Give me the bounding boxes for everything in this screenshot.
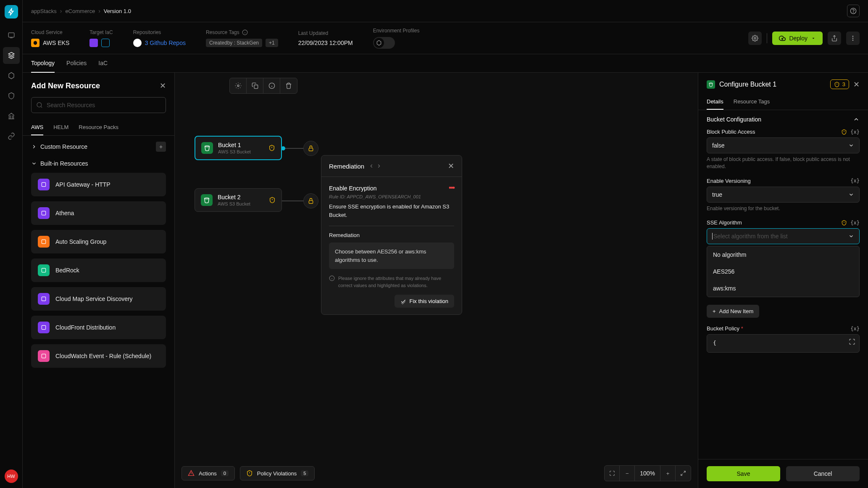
more-button[interactable]: [846, 32, 860, 45]
env-profile-toggle[interactable]: [373, 37, 395, 49]
configure-panel: Configure Bucket 1 3 ✕ Details Resource …: [698, 73, 868, 488]
info-icon: [242, 29, 248, 35]
breadcrumb[interactable]: eCommerce: [65, 8, 95, 14]
remediation-text: Choose between AES256 or aws:kms algorit…: [329, 243, 454, 269]
user-avatar[interactable]: HW: [5, 470, 18, 483]
canvas-delete-button[interactable]: [280, 78, 297, 93]
subtab-aws[interactable]: AWS: [31, 120, 43, 135]
violations-badge[interactable]: 3: [830, 79, 849, 89]
rail-item-dashboard[interactable]: [3, 27, 20, 44]
resource-item[interactable]: API Gateway - HTTP: [31, 173, 166, 196]
rail-item-link[interactable]: [3, 128, 20, 145]
topology-canvas[interactable]: Bucket 1 AWS S3 Bucket Buc: [175, 73, 698, 488]
tab-iac[interactable]: IaC: [98, 54, 108, 73]
rail-item-governance[interactable]: [3, 108, 20, 124]
close-popup-button[interactable]: ✕: [448, 161, 454, 171]
fullscreen-button[interactable]: [605, 466, 620, 481]
cloud-service-value: AWS EKS: [43, 40, 69, 46]
meta-label: Cloud Service: [31, 29, 69, 35]
rail-item-stacks[interactable]: [3, 47, 20, 64]
connection-port[interactable]: [281, 146, 285, 150]
help-button[interactable]: [847, 5, 860, 17]
actions-chip[interactable]: Actions 0: [181, 466, 235, 480]
search-input[interactable]: [31, 97, 166, 113]
tab-topology[interactable]: Topology: [31, 54, 55, 73]
chevron-right-icon: ›: [98, 8, 100, 14]
check-icon: [400, 298, 406, 304]
svg-point-6: [852, 37, 854, 39]
svg-rect-0: [8, 33, 14, 37]
canvas-copy-button[interactable]: [247, 78, 263, 93]
lock-node[interactable]: [303, 141, 318, 156]
versioning-select[interactable]: true: [707, 187, 860, 203]
fit-button[interactable]: [676, 466, 691, 481]
variable-icon[interactable]: {x}: [850, 326, 860, 332]
bucket-policy-input[interactable]: {: [707, 334, 860, 353]
shield-warning-icon[interactable]: [841, 220, 847, 226]
resource-item[interactable]: CloudFront Distribution: [31, 316, 166, 339]
lock-node[interactable]: [303, 193, 318, 208]
subtab-helm[interactable]: HELM: [53, 120, 68, 135]
breadcrumb[interactable]: appStacks: [31, 8, 57, 14]
svg-point-4: [754, 37, 756, 39]
resource-item[interactable]: Auto Scaling Group: [31, 230, 166, 253]
zoom-out-button[interactable]: −: [620, 466, 635, 481]
canvas-info-button[interactable]: [263, 78, 280, 93]
app-logo[interactable]: [5, 5, 18, 18]
tag-chip[interactable]: Createdby : StackGen: [206, 39, 262, 47]
resource-item[interactable]: Athena: [31, 201, 166, 225]
resource-item[interactable]: CloudWatch Event - Rule (Schedule): [31, 344, 166, 368]
dropdown-option[interactable]: aws:kms: [707, 280, 859, 297]
cloud-upload-icon: [779, 35, 786, 42]
node-bucket-1[interactable]: Bucket 1 AWS S3 Bucket: [195, 136, 282, 160]
shield-warning-icon: [268, 145, 275, 151]
resource-item[interactable]: BedRock: [31, 259, 166, 282]
violations-chip[interactable]: Policy Violations 5: [240, 466, 315, 480]
canvas-settings-button[interactable]: [230, 78, 247, 93]
rp-tab-tags[interactable]: Resource Tags: [734, 94, 770, 110]
block-public-select[interactable]: false: [707, 137, 860, 153]
shield-warning-icon[interactable]: [841, 129, 847, 135]
tab-policies[interactable]: Policies: [66, 54, 87, 73]
add-new-item-button[interactable]: + Add New Item: [707, 305, 759, 318]
node-bucket-2[interactable]: Bucket 2 AWS S3 Bucket: [195, 188, 282, 212]
expand-button[interactable]: [849, 338, 855, 345]
rule-id: Rule ID: APPCD_AWS_OPENSEARCH_001: [329, 194, 454, 199]
dropdown-option[interactable]: No algorithm: [707, 246, 859, 263]
save-button[interactable]: Save: [707, 466, 780, 481]
sse-algorithm-select[interactable]: Select algorithm from the list: [707, 228, 860, 244]
variable-icon[interactable]: {x}: [850, 129, 860, 135]
close-panel-button[interactable]: ✕: [160, 81, 166, 90]
resource-item[interactable]: Cloud Map Service Discovery: [31, 287, 166, 311]
rail-item-hexagon[interactable]: [3, 67, 20, 84]
svg-point-8: [37, 103, 42, 107]
aws-icon: [31, 39, 39, 47]
rp-tab-details[interactable]: Details: [707, 94, 723, 110]
resource-icon: [38, 264, 50, 276]
add-custom-button[interactable]: +: [156, 142, 166, 152]
custom-resource-row[interactable]: Custom Resource +: [23, 136, 174, 158]
field-label: Block Public Access: [707, 129, 755, 135]
meta-label: Environment Profiles: [373, 28, 420, 34]
rail-item-security[interactable]: [3, 87, 20, 104]
cancel-button[interactable]: Cancel: [786, 466, 860, 481]
variable-icon[interactable]: {x}: [850, 220, 860, 226]
bucket-config-section[interactable]: Bucket Configuration: [698, 110, 868, 129]
breadcrumb[interactable]: Version 1.0: [104, 8, 131, 14]
share-button[interactable]: [828, 32, 841, 45]
settings-button[interactable]: [748, 32, 762, 45]
dropdown-option[interactable]: AES256: [707, 263, 859, 280]
repos-link[interactable]: 3 Github Repos: [145, 40, 186, 46]
deploy-button[interactable]: Deploy: [772, 32, 823, 45]
zoom-in-button[interactable]: +: [660, 466, 676, 481]
shield-icon: [246, 470, 253, 477]
fix-violation-button[interactable]: Fix this violation: [395, 295, 454, 308]
tag-more[interactable]: +1: [266, 39, 278, 47]
chevron-right-icon[interactable]: [376, 163, 382, 169]
subtab-resource-packs[interactable]: Resource Packs: [79, 120, 118, 135]
search-icon: [36, 102, 43, 108]
close-configure-button[interactable]: ✕: [853, 80, 860, 89]
variable-icon[interactable]: {x}: [850, 178, 860, 184]
chevron-left-icon[interactable]: [368, 163, 374, 169]
builtin-header-row[interactable]: Built-in Resources: [23, 158, 174, 173]
